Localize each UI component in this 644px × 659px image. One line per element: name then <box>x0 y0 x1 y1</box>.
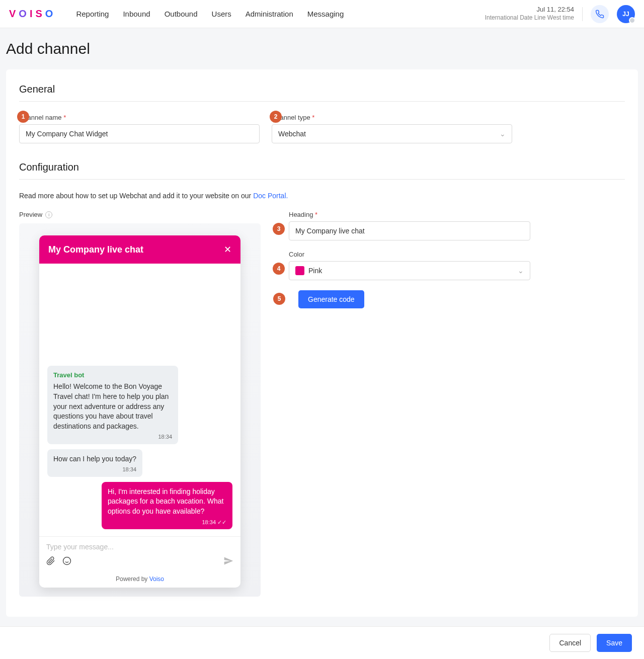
preview-box: My Company live chat ✕ Travel bot Hello!… <box>19 223 261 597</box>
chat-msg-user: Hi, I'm interested in finding holiday pa… <box>102 482 232 529</box>
attachment-icon[interactable] <box>46 556 55 567</box>
footer-actions: Cancel Save <box>0 626 644 659</box>
chevron-down-icon: ⌄ <box>518 267 524 275</box>
label-channel-name: Channel name * <box>19 114 260 121</box>
emoji-icon[interactable] <box>62 556 71 567</box>
config-layout: Preview i My Company live chat ✕ Travel … <box>19 211 625 597</box>
avatar[interactable]: JJ <box>617 5 635 23</box>
input-heading[interactable] <box>289 221 530 240</box>
datetime: Jul 11, 22:54 <box>485 6 574 14</box>
chat-header-title: My Company live chat <box>48 244 143 255</box>
nav-outbound[interactable]: Outbound <box>165 10 198 18</box>
voiso-link[interactable]: Voiso <box>149 575 164 583</box>
dialer-icon[interactable] <box>591 5 609 23</box>
chat-msg-text: How can I help you today? <box>53 455 136 463</box>
info-icon: i <box>45 211 52 218</box>
chat-msg-time: 18:34✓✓ <box>108 519 226 526</box>
svg-point-0 <box>63 557 71 565</box>
nav-inbound[interactable]: Inbound <box>123 10 150 18</box>
divider <box>582 7 583 21</box>
send-icon[interactable] <box>223 556 233 567</box>
page: Add channel General 1 Channel name * 2 C… <box>0 28 644 659</box>
select-color-value: Pink <box>308 267 322 275</box>
field-color: 4 Color Pink ⌄ <box>289 251 530 280</box>
callout-3: 3 <box>273 223 285 235</box>
label-color: Color <box>289 251 530 258</box>
bot-name: Travel bot <box>53 371 172 380</box>
select-color[interactable]: Pink ⌄ <box>289 261 530 280</box>
datetime-block: Jul 11, 22:54 International Date Line We… <box>485 6 574 22</box>
nav-users[interactable]: Users <box>212 10 231 18</box>
chat-msg-text: Hello! Welcome to the Bon Voyage Travel … <box>53 382 169 430</box>
field-channel-name: 1 Channel name * <box>19 114 260 143</box>
chat-header: My Company live chat ✕ <box>39 235 240 264</box>
field-heading: 3 Heading * <box>289 211 530 240</box>
preview-column: Preview i My Company live chat ✕ Travel … <box>19 211 261 597</box>
nav-links: Reporting Inbound Outbound Users Adminis… <box>76 10 344 18</box>
hr2 <box>19 179 625 180</box>
cancel-button[interactable]: Cancel <box>549 634 591 652</box>
generate-block: 5 Generate code <box>289 290 374 308</box>
timezone: International Date Line West time <box>485 14 574 22</box>
select-channel-type[interactable]: Webchat ⌄ <box>272 124 512 143</box>
page-title: Add channel <box>6 40 638 57</box>
nav-right: Jul 11, 22:54 International Date Line We… <box>485 5 635 23</box>
nav-messaging[interactable]: Messaging <box>307 10 344 18</box>
config-column: 3 Heading * 4 Color Pink ⌄ <box>289 211 530 318</box>
chat-msg-text: Hi, I'm interested in finding holiday pa… <box>108 487 223 515</box>
doc-portal-link[interactable]: Doc Portal. <box>253 192 288 200</box>
callout-5: 5 <box>273 293 285 305</box>
hr <box>19 101 625 102</box>
chat-msg-time: 18:34 <box>53 433 172 441</box>
chat-msg-time: 18:34 <box>53 466 136 473</box>
chat-message-input[interactable] <box>46 543 233 551</box>
close-icon[interactable]: ✕ <box>224 244 231 255</box>
input-channel-name[interactable] <box>19 124 260 143</box>
logo: VOISO <box>9 8 56 20</box>
chat-toolbar <box>46 556 233 567</box>
powered-by: Powered by Voiso <box>39 572 240 588</box>
top-nav: VOISO Reporting Inbound Outbound Users A… <box>0 0 644 28</box>
read-receipt-icon: ✓✓ <box>217 519 226 526</box>
nav-reporting[interactable]: Reporting <box>76 10 109 18</box>
card: General 1 Channel name * 2 Channel type … <box>6 69 638 617</box>
general-row: 1 Channel name * 2 Channel type * Webcha… <box>19 114 625 143</box>
chat-body: Travel bot Hello! Welcome to the Bon Voy… <box>39 264 240 536</box>
save-button[interactable]: Save <box>597 634 632 652</box>
generate-code-button[interactable]: Generate code <box>298 290 364 308</box>
field-channel-type: 2 Channel type * Webchat ⌄ <box>272 114 512 143</box>
label-heading: Heading * <box>289 211 530 218</box>
callout-4: 4 <box>273 263 285 275</box>
label-channel-type: Channel type * <box>272 114 512 121</box>
preview-label: Preview i <box>19 211 261 218</box>
chat-msg-bot: Travel bot Hello! Welcome to the Bon Voy… <box>47 366 178 444</box>
chat-input-area <box>39 536 240 572</box>
color-swatch <box>295 266 304 275</box>
help-text: Read more about how to set up Webchat an… <box>19 192 625 200</box>
select-channel-type-value: Webchat <box>278 130 306 138</box>
section-general-title: General <box>19 84 625 95</box>
chat-widget: My Company live chat ✕ Travel bot Hello!… <box>39 235 240 588</box>
callout-2: 2 <box>270 111 282 123</box>
chevron-down-icon: ⌄ <box>500 130 506 138</box>
callout-1: 1 <box>17 111 29 123</box>
chat-msg-bot: How can I help you today? 18:34 <box>47 449 142 477</box>
section-configuration-title: Configuration <box>19 161 625 173</box>
nav-administration[interactable]: Administration <box>246 10 293 18</box>
